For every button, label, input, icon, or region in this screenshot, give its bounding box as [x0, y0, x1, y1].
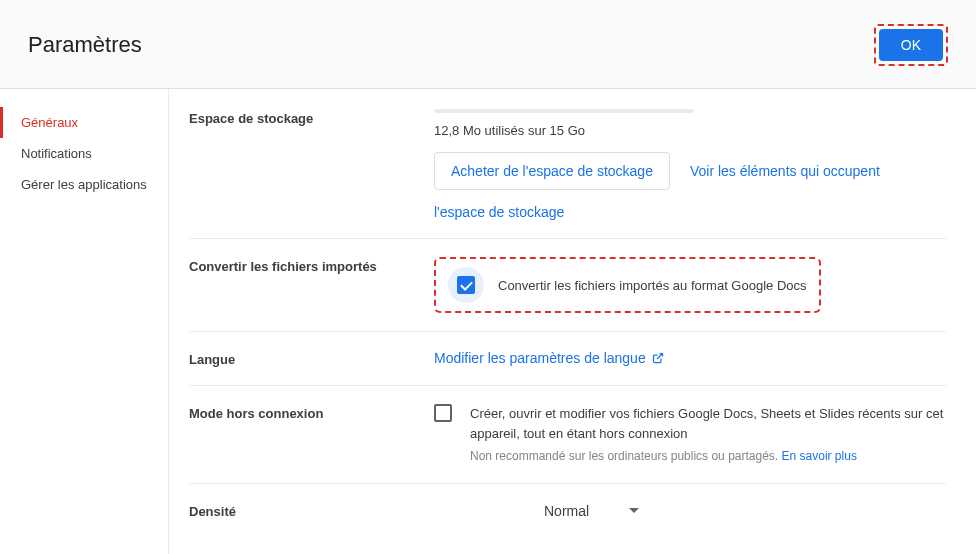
language-row: Langue Modifier les paramètres de langue	[189, 332, 946, 386]
buy-storage-button[interactable]: Acheter de l'espace de stockage	[434, 152, 670, 190]
chevron-down-icon	[629, 508, 639, 513]
density-heading: Densité	[189, 502, 434, 519]
storage-row: Espace de stockage 12,8 Mo utilisés sur …	[189, 109, 946, 239]
convert-row: Convertir les fichiers importés Converti…	[189, 239, 946, 332]
storage-heading: Espace de stockage	[189, 109, 434, 220]
checkmark-icon	[457, 276, 475, 294]
offline-checkbox[interactable]	[434, 404, 452, 422]
storage-progress-bar	[434, 109, 694, 113]
convert-label: Convertir les fichiers importés au forma…	[498, 278, 807, 293]
main-content: Espace de stockage 12,8 Mo utilisés sur …	[168, 89, 976, 554]
density-row: Densité Normal	[189, 484, 946, 537]
settings-header: Paramètres OK	[0, 0, 976, 89]
ok-button[interactable]: OK	[879, 29, 943, 61]
language-settings-link[interactable]: Modifier les paramètres de langue	[434, 350, 664, 366]
storage-usage-text: 12,8 Mo utilisés sur 15 Go	[434, 123, 946, 138]
language-heading: Langue	[189, 350, 434, 367]
view-storage-link-2[interactable]: l'espace de stockage	[434, 204, 564, 220]
convert-heading: Convertir les fichiers importés	[189, 257, 434, 313]
offline-description: Créer, ouvrir et modifier vos fichiers G…	[470, 404, 946, 443]
offline-row: Mode hors connexion Créer, ouvrir et mod…	[189, 386, 946, 484]
offline-heading: Mode hors connexion	[189, 404, 434, 465]
view-storage-link[interactable]: Voir les éléments qui occupent	[690, 163, 880, 179]
sidebar-item-notifications[interactable]: Notifications	[0, 138, 168, 169]
density-dropdown[interactable]: Normal	[544, 503, 639, 519]
sidebar: Généraux Notifications Gérer les applica…	[0, 89, 168, 554]
external-link-icon	[652, 352, 664, 364]
learn-more-link[interactable]: En savoir plus	[782, 449, 857, 463]
convert-highlight-box: Convertir les fichiers importés au forma…	[434, 257, 821, 313]
sidebar-item-manage-apps[interactable]: Gérer les applications	[0, 169, 168, 200]
page-title: Paramètres	[28, 32, 142, 58]
convert-checkbox[interactable]	[448, 267, 484, 303]
sidebar-item-general[interactable]: Généraux	[0, 107, 168, 138]
offline-subtext: Non recommandé sur les ordinateurs publi…	[470, 447, 946, 465]
ok-button-highlight: OK	[874, 24, 948, 66]
